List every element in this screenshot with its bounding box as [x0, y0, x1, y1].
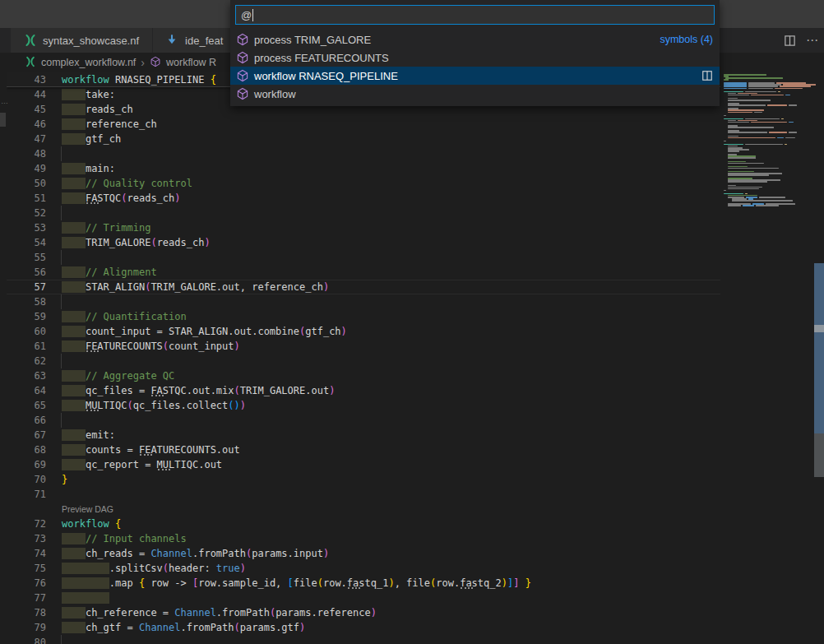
line-number: 49	[7, 161, 46, 176]
line-number: 53	[7, 220, 46, 235]
scrollbar-slider[interactable]	[814, 263, 824, 433]
gutter-gap	[46, 561, 62, 576]
code-editor[interactable]: 43workflow RNASEQ_PIPELINE {44 take:45 r…	[7, 72, 720, 644]
gutter-gap	[46, 517, 62, 531]
split-editor-button[interactable]	[784, 35, 796, 47]
code-text: STAR_ALIGN(TRIM_GALORE.out, reference_ch…	[62, 280, 329, 294]
code-line-69[interactable]: 69 qc_report = MULTIQC.out	[7, 457, 720, 472]
code-line-56[interactable]: 56 // Alignment	[7, 265, 720, 280]
code-line-80[interactable]: 80	[7, 635, 720, 644]
arrow-down-icon	[166, 34, 179, 47]
code-line-64[interactable]: 64 qc_files = FASTQC.out.mix(TRIM_GALORE…	[7, 383, 720, 398]
scrollbar-current-line-marker	[814, 325, 824, 332]
code-line-60[interactable]: 60 count_input = STAR_ALIGN.out.combine(…	[7, 324, 720, 339]
quickpick-item-workflow-rnaseq_pipeline[interactable]: workflow RNASEQ_PIPELINE	[230, 67, 720, 85]
minimap-row	[728, 188, 759, 190]
line-number: 56	[7, 265, 46, 280]
gutter-gap	[46, 146, 62, 161]
code-line-79[interactable]: 79 ch_gtf = Channel.fromPath(params.gtf)	[7, 620, 720, 635]
quickpick-input-wrap: @	[230, 0, 720, 30]
code-line-49[interactable]: 49 main:	[7, 161, 720, 176]
code-line-77[interactable]: 77	[7, 591, 720, 605]
minimap-row	[728, 163, 764, 164]
line-number: 66	[7, 413, 46, 428]
code-text: // Alignment	[62, 265, 157, 280]
code-text: reads_ch	[62, 102, 133, 117]
code-line-54[interactable]: 54 TRIM_GALORE(reads_ch)	[7, 235, 720, 250]
code-line-47[interactable]: 47 gtf_ch	[7, 132, 720, 146]
gutter-gap	[46, 635, 62, 644]
code-line-65[interactable]: 65 MULTIQC(qc_files.collect())	[7, 398, 720, 413]
code-line-76[interactable]: 76 .map { row -> [row.sample_id, [file(r…	[7, 576, 720, 591]
code-line-48[interactable]: 48	[7, 146, 720, 161]
code-line-74[interactable]: 74 ch_reads = Channel.fromPath(params.in…	[7, 546, 720, 561]
indent-guide	[61, 250, 62, 265]
gutter-gap	[46, 383, 62, 398]
gutter-gap	[46, 206, 62, 220]
codelens-preview-dag[interactable]: Preview DAG	[7, 502, 720, 517]
code-line-73[interactable]: 73 // Input channels	[7, 531, 720, 546]
code-text: }	[62, 472, 67, 487]
quickpick-item-process-featurecounts[interactable]: process FEATURECOUNTS	[230, 49, 720, 67]
code-line-50[interactable]: 50 // Quality control	[7, 176, 720, 191]
line-number: 46	[7, 117, 46, 132]
breadcrumb-symbol[interactable]: workflow R	[166, 57, 216, 68]
more-actions-button[interactable]: ⋯	[806, 28, 819, 53]
code-line-78[interactable]: 78 ch_reference = Channel.fromPath(param…	[7, 605, 720, 620]
gutter-gap	[46, 487, 62, 502]
code-line-59[interactable]: 59 // Quantification	[7, 309, 720, 324]
code-line-46[interactable]: 46 reference_ch	[7, 117, 720, 132]
code-line-66[interactable]: 66	[7, 413, 720, 428]
code-text: ch_gtf = Channel.fromPath(params.gtf)	[62, 620, 305, 635]
tab-syntax_showcase.nf[interactable]: syntax_showcase.nf	[11, 28, 152, 53]
minimap-row	[724, 115, 726, 117]
code-text	[62, 591, 109, 605]
line-number: 52	[7, 206, 46, 220]
gutter-gap	[46, 176, 62, 191]
line-number: 55	[7, 250, 46, 265]
tab-label: syntax_showcase.nf	[43, 35, 139, 47]
code-line-68[interactable]: 68 counts = FEATURECOUNTS.out	[7, 442, 720, 457]
line-number: 73	[7, 531, 46, 546]
split-editor-icon[interactable]	[701, 70, 713, 81]
code-line-57[interactable]: 57 STAR_ALIGN(TRIM_GALORE.out, reference…	[7, 280, 720, 294]
code-text: ch_reference = Channel.fromPath(params.r…	[62, 605, 377, 620]
symbols-count-label: symbols (4)	[660, 34, 713, 45]
gutter-gap	[46, 324, 62, 339]
code-line-52[interactable]: 52	[7, 206, 720, 220]
code-line-61[interactable]: 61 FEATURECOUNTS(count_input)	[7, 339, 720, 354]
code-text: // Quantification	[62, 309, 187, 324]
tab-ide_feat[interactable]: ide_feat	[153, 28, 236, 53]
quickpick-item-workflow-entry-[interactable]: workflow	[230, 85, 720, 103]
code-line-67[interactable]: 67 emit:	[7, 428, 720, 442]
code-line-71[interactable]: 71	[7, 487, 720, 502]
quickpick-item-label: process TRIM_GALORE	[254, 34, 371, 46]
code-line-62[interactable]: 62	[7, 354, 720, 368]
line-number: 74	[7, 546, 46, 561]
code-line-70[interactable]: 70}	[7, 472, 720, 487]
code-line-51[interactable]: 51 FASTQC(reads_ch)	[7, 191, 720, 206]
code-line-58[interactable]: 58	[7, 294, 720, 309]
line-number: 78	[7, 605, 46, 620]
gutter-gap	[46, 605, 62, 620]
gutter-gap	[46, 72, 62, 86]
line-number: 43	[7, 72, 46, 86]
line-number: 67	[7, 428, 46, 442]
code-line-63[interactable]: 63 // Aggregate QC	[7, 368, 720, 383]
quickpick-input[interactable]: @	[235, 5, 715, 25]
breadcrumb-file[interactable]: complex_workflow.nf	[41, 57, 136, 68]
code-line-55[interactable]: 55	[7, 250, 720, 265]
editor-scrollbar[interactable]	[814, 72, 824, 644]
quickpick-item-process-trim_galore[interactable]: process TRIM_GALOREsymbols (4)	[230, 30, 720, 49]
gutter-gap	[46, 472, 62, 487]
gutter-gap	[46, 339, 62, 354]
code-text: counts = FEATURECOUNTS.out	[62, 442, 240, 457]
minimap[interactable]	[722, 72, 811, 644]
scrollbar-slider-tail[interactable]	[814, 433, 824, 477]
gutter-gap	[46, 442, 62, 457]
symbol-cube-icon	[150, 56, 161, 70]
gutter-gap	[46, 368, 62, 383]
code-line-72[interactable]: 72workflow {	[7, 517, 720, 531]
code-line-53[interactable]: 53 // Trimming	[7, 220, 720, 235]
code-line-75[interactable]: 75 .splitCsv(header: true)	[7, 561, 720, 576]
